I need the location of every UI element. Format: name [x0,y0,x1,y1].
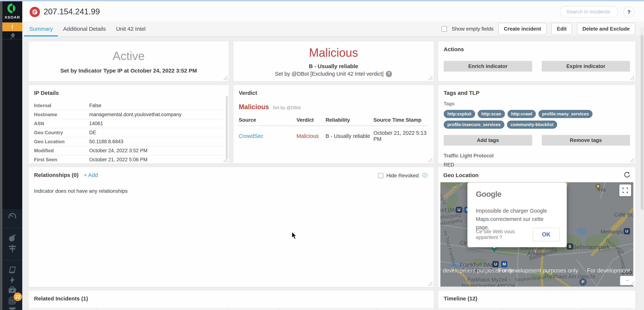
verdict-column-header: Source [239,117,296,123]
tab-summary[interactable]: Summary [24,22,58,36]
verdict-setby: Set by @DBot [272,105,300,110]
refresh-icon[interactable] [624,172,630,179]
tag-pill[interactable]: http:scan [478,110,505,118]
map-watermark: For development purposes only [498,267,578,274]
verdict-banner-value: Malicious [309,46,358,60]
timeline-card: Timeline (12) [438,291,636,310]
show-empty-fields-label: Show empty fields [452,26,494,32]
pin-icon[interactable] [2,32,22,41]
marketplace-badge: 22 [14,292,22,301]
tlp-label: Traffic Light Protocol [444,153,630,159]
timestamp-cell: October 21, 2022 5:13 PM [374,130,428,142]
add-tags-button[interactable]: Add tags [444,135,532,146]
google-logo: Google [476,190,558,199]
restaurant-poi-icon [595,183,601,192]
delete-and-exclude-button[interactable]: Delete and Exclude [577,23,635,35]
gear-icon[interactable] [422,172,428,179]
map-zoom-control[interactable]: − [620,276,633,285]
resize-handle[interactable] [223,158,228,162]
hide-revoked-checkbox[interactable] [378,173,383,178]
tag-pill[interactable]: http:crawl [508,110,536,118]
map[interactable]: straßeHafurt (Main)neburgwegIneburgwegIm… [440,182,633,287]
page-scrollbar[interactable] [640,28,644,310]
actions-card: Actions Enrich indicator Expire indicato… [438,42,636,81]
resize-handle[interactable] [428,158,432,162]
ip-detail-label: Hostname [34,112,89,117]
enrich-indicator-button[interactable]: Enrich indicator [444,61,532,72]
resize-handle[interactable] [428,281,432,286]
transit-badge-u: U [624,228,630,234]
tab-bar: Summary Additional Details Unit 42 Intel… [22,22,644,37]
remove-tags-button[interactable]: Remove tags [542,135,630,146]
ip-detail-label: ASN [34,121,89,126]
xsoar-logo[interactable]: XSOAR [2,3,22,20]
ip-detail-row: Geo CountryDE [34,128,223,137]
verdict-title: Verdict [239,90,428,96]
hide-revoked-label: Hide Revoked [386,173,419,179]
expire-indicator-button[interactable]: Expire indicator [542,61,630,72]
sidebar-divider [2,228,22,228]
transit-badge-u: U [492,261,499,267]
transit-badge-p: P [579,278,586,286]
verdict-banner-card: Malicious B - Usually reliable Set by @D… [233,42,434,81]
tag-pill[interactable]: community-blocklist [507,121,557,129]
ip-detail-value: 14061 [89,121,103,126]
show-empty-fields-checkbox[interactable] [442,26,447,32]
sidebar-divider [2,39,22,40]
ip-detail-label: First Seen [34,157,89,163]
tab-unit42-intel[interactable]: Unit 42 Intel [111,22,151,36]
ip-detail-value: False [89,103,101,108]
settings-icon[interactable] [2,306,22,310]
alert-banner[interactable]: ! [2,23,22,31]
verdict-banner-setby: Set by @DBot [Excluding Unit 42 Intel ve… [275,71,384,77]
resize-handle[interactable] [428,76,432,80]
edit-button[interactable]: Edit [551,23,572,35]
tags-label: Tags [444,101,630,107]
dialog-question: Ce site Web vous appartient ? [476,229,533,240]
resize-handle[interactable] [630,76,634,80]
actions-title: Actions [444,46,630,53]
ip-detail-value: October 24, 2022 3:52 PM [89,148,148,154]
map-label: Bethmannpark [573,244,610,250]
ip-detail-row: First SeenOctober 21, 2022 5:06 PM [34,155,223,164]
resize-handle[interactable] [630,158,634,162]
playbooks-icon[interactable] [2,265,22,274]
indicators-icon[interactable] [2,244,22,252]
tag-pill[interactable]: profile:insecure_services [444,121,504,129]
help-circle-icon[interactable]: ? [386,71,392,77]
tags-tlp-card: Tags and TLP Tags http:exploithttp:scanh… [438,85,636,163]
tlp-value: RED [444,162,630,168]
ip-detail-row: Hostnamemanagemental.dont.youlovethat.co… [34,110,223,119]
verdict-table-row: CrowdSecMaliciousB - Usually reliableOct… [239,130,428,142]
status-value: Active [112,49,144,63]
ip-detail-value: 50.1188:8.6843 [89,139,124,145]
tag-pill[interactable]: profile:many_services [538,110,592,118]
tab-additional-details[interactable]: Additional Details [58,22,111,36]
incidents-icon[interactable] [2,233,22,242]
ip-detail-row: Geo Location50.1188:8.6843 [34,137,223,146]
verdict-value: Malicious [239,103,269,111]
ip-detail-value: managemental.dont.youlovethat.company [89,112,181,117]
help-button[interactable]: ? [624,7,634,18]
resize-handle[interactable] [223,76,228,80]
ip-detail-label: Geo Location [34,139,89,145]
dashboard-icon[interactable] [2,212,22,221]
verdict-source-link[interactable]: CrowdSec [239,133,296,139]
map-label: Parkhaus Am Gericht [544,273,595,280]
relationships-card: Relationships (0) + Add Hide Revoked Ind… [28,167,434,287]
create-incident-button[interactable]: Create incident [498,23,546,35]
sidebar-edge [0,0,2,310]
tag-pill[interactable]: http:exploit [444,110,475,118]
geo-location-card: Geo Location [438,167,636,287]
card-scrollbar[interactable] [226,96,228,159]
fullscreen-icon[interactable] [619,184,631,196]
add-relationship-link[interactable]: + Add [84,172,98,178]
search-input[interactable] [560,6,618,18]
ok-button[interactable]: OK [533,228,560,241]
ip-detail-row: InternalFalse [34,101,223,110]
automation-icon[interactable] [2,276,22,284]
relationships-empty-text: Indicator does not have any relationship… [34,188,428,194]
verdict-table-header: SourceVerdictReliabilitySource Time Stam… [239,117,428,126]
map-watermark: For development [587,267,630,274]
verdict-cell: Malicious [296,133,326,139]
